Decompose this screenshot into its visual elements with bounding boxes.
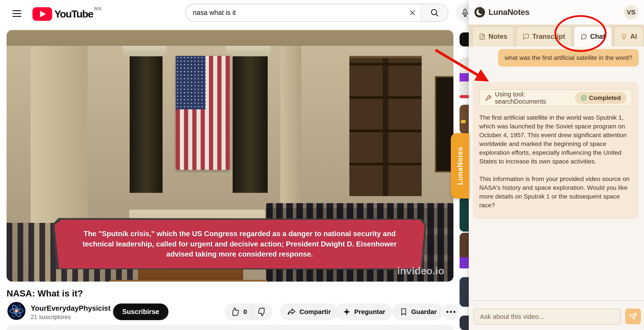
more-icon-dot [454, 311, 456, 313]
tab-ai[interactable]: AI [614, 26, 644, 46]
recommended-thumbnail[interactable] [460, 233, 469, 268]
flag-canton [176, 56, 206, 109]
share-icon [287, 307, 296, 317]
thumbnail-detail [461, 120, 466, 123]
lunanotes-side-tab[interactable]: LunaNotes [451, 133, 469, 198]
send-button[interactable] [625, 308, 641, 324]
send-icon [629, 312, 637, 320]
search-bar [185, 4, 448, 22]
scene-door [350, 56, 422, 196]
ask-label: Preguntar [354, 308, 385, 316]
share-label: Compartir [300, 308, 331, 316]
search-icon [430, 8, 440, 18]
wrench-icon [485, 94, 492, 102]
subscribe-button[interactable]: Suscribirse [113, 304, 168, 320]
like-count: 0 [243, 308, 247, 316]
sidebar-tabbar: Notes Transcript Chat AI [469, 24, 644, 46]
description-box[interactable] [6, 325, 454, 330]
tab-transcript-label: Transcript [532, 33, 565, 40]
thumbnail-detail [460, 257, 469, 268]
assistant-paragraph: The first artificial satellite in the wo… [479, 113, 632, 166]
channel-subscribers: 21 suscriptores [31, 314, 71, 320]
tool-usage-card: Using tool: searchDocuments Completed [479, 90, 632, 106]
tab-chat-label: Chat [590, 33, 605, 40]
invideo-watermark: invideo.io [397, 265, 444, 277]
thumbs-up-icon[interactable] [230, 307, 240, 317]
atom-avatar-graphic [8, 302, 26, 320]
tab-notes-label: Notes [488, 33, 507, 40]
caption-banner: The "Sputnik crisis," which the US Congr… [54, 220, 425, 268]
sidebar-header: LunaNotes VS [469, 0, 644, 24]
chat-input-row [469, 301, 644, 330]
share-button[interactable]: Compartir [280, 304, 338, 320]
recommended-thumbnail[interactable] [460, 32, 469, 46]
lunanotes-logo-icon [474, 7, 485, 18]
thumbnail-detail [460, 73, 469, 82]
tab-transcript[interactable]: Transcript [516, 26, 572, 46]
recommended-thumbnail[interactable] [460, 277, 469, 307]
video-player[interactable]: The "Sputnik crisis," which the US Congr… [6, 30, 454, 282]
transcript-icon [523, 33, 530, 40]
tool-status-badge: Completed [575, 92, 626, 104]
lunanotes-brand: LunaNotes [488, 8, 530, 17]
tab-chat[interactable]: Chat [574, 26, 612, 46]
youtube-logo[interactable]: YouTube MX [32, 7, 102, 21]
assistant-paragraph: This information is from your provided v… [479, 174, 632, 210]
tab-ai-label: AI [630, 33, 637, 40]
user-avatar[interactable]: VS [624, 5, 638, 20]
recommended-thumbnail[interactable] [460, 58, 469, 96]
chat-icon [580, 33, 587, 40]
recommended-thumbnail[interactable] [460, 95, 469, 98]
save-button[interactable]: Guardar [392, 304, 444, 320]
like-dislike-pill: 0 [224, 304, 272, 320]
notes-icon [479, 33, 486, 40]
channel-name[interactable]: YourEverydayPhysicist [31, 304, 110, 312]
recommended-thumbnail[interactable] [460, 316, 469, 330]
tool-label: Using tool: searchDocuments [495, 91, 572, 105]
video-title: NASA: What is it? [6, 288, 83, 299]
more-actions-button[interactable] [442, 304, 459, 320]
scene-door-panels [350, 58, 422, 196]
scene-desk-lower [110, 280, 267, 282]
youtube-header: YouTube MX [0, 0, 469, 30]
chat-panel[interactable]: what was the first artificial satellite … [469, 46, 644, 300]
pill-divider [252, 307, 252, 317]
bookmark-icon [399, 308, 408, 316]
ask-button[interactable]: Preguntar [335, 304, 392, 320]
user-chat-message: what was the first artificial satellite … [498, 49, 639, 66]
chat-input[interactable] [473, 308, 621, 325]
more-icon-dot [450, 311, 452, 313]
menu-icon[interactable] [12, 10, 21, 18]
caption-text: The "Sputnik crisis," which the US Congr… [72, 229, 407, 260]
assistant-chat-message: Using tool: searchDocuments Completed Th… [473, 82, 639, 219]
channel-avatar[interactable] [8, 302, 26, 320]
sparkle-icon [342, 308, 351, 316]
check-circle-icon [581, 95, 587, 101]
search-input[interactable] [193, 9, 408, 17]
clear-search-icon[interactable] [408, 9, 416, 17]
lightbulb-icon [620, 33, 627, 40]
tab-notes[interactable]: Notes [472, 26, 514, 46]
save-label: Guardar [411, 308, 437, 316]
more-icon [446, 311, 448, 313]
youtube-wordmark: YouTube [54, 7, 93, 21]
recommended-thumbnail[interactable] [460, 105, 469, 134]
lunanotes-sidebar: LunaNotes VS Notes Transcript Chat AI wh… [469, 0, 644, 330]
recommended-thumbnail[interactable] [460, 196, 469, 232]
thumbs-down-icon[interactable] [257, 307, 267, 317]
youtube-play-icon [32, 7, 52, 21]
tool-status-text: Completed [589, 94, 621, 102]
microphone-icon [460, 8, 470, 17]
region-badge: MX [94, 6, 102, 12]
us-flag [176, 56, 230, 170]
side-tab-label: LunaNotes [456, 147, 464, 185]
search-button[interactable] [421, 4, 448, 21]
